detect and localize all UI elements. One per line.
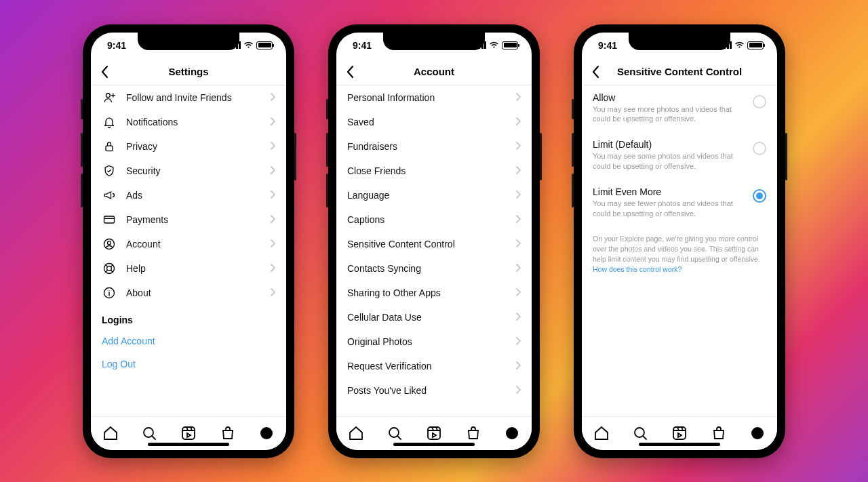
info-icon bbox=[102, 286, 117, 300]
back-button[interactable] bbox=[346, 65, 354, 81]
option-limit-default-[interactable]: Limit (Default)You may see some photos a… bbox=[582, 132, 777, 180]
tab-reels[interactable] bbox=[671, 424, 688, 442]
link-log-out[interactable]: Log Out bbox=[91, 353, 286, 376]
row-saved[interactable]: Saved bbox=[336, 110, 532, 134]
wifi-icon bbox=[243, 41, 254, 49]
invite-icon bbox=[102, 91, 117, 104]
radio-icon[interactable] bbox=[753, 189, 766, 203]
tab-reels[interactable] bbox=[180, 424, 197, 442]
chevron-right-icon bbox=[270, 165, 275, 177]
header: Settings bbox=[91, 58, 286, 85]
header: Account bbox=[336, 58, 532, 85]
tab-search[interactable] bbox=[140, 424, 158, 442]
row-ads[interactable]: Ads bbox=[91, 183, 286, 207]
chevron-right-icon bbox=[270, 189, 275, 201]
chevron-right-icon bbox=[515, 360, 521, 372]
battery-icon bbox=[256, 41, 273, 49]
row-security[interactable]: Security bbox=[91, 159, 286, 183]
row-sensitive-content-control[interactable]: Sensitive Content Control bbox=[336, 232, 532, 256]
tab-home[interactable] bbox=[102, 424, 119, 442]
row-posts-you-ve-liked[interactable]: Posts You've Liked bbox=[336, 378, 532, 403]
tab-profile[interactable] bbox=[503, 424, 521, 442]
tab-shop[interactable] bbox=[465, 424, 482, 442]
tab-search[interactable] bbox=[631, 424, 649, 442]
row-help[interactable]: Help bbox=[91, 256, 286, 281]
page-title: Sensitive Content Control bbox=[617, 66, 742, 77]
notch bbox=[383, 33, 485, 50]
chevron-right-icon bbox=[515, 189, 521, 201]
lifebuoy-icon bbox=[102, 262, 117, 275]
svg-point-16 bbox=[751, 427, 764, 439]
row-follow-invite[interactable]: Follow and Invite Friends bbox=[91, 85, 286, 110]
bell-icon bbox=[102, 115, 117, 129]
chevron-right-icon bbox=[270, 287, 275, 299]
row-language[interactable]: Language bbox=[336, 183, 532, 207]
svg-point-6 bbox=[107, 266, 112, 270]
tab-profile[interactable] bbox=[749, 424, 766, 442]
radio-icon[interactable] bbox=[753, 142, 766, 155]
back-button[interactable] bbox=[591, 65, 599, 81]
chevron-right-icon bbox=[270, 116, 275, 128]
status-time: 9:41 bbox=[353, 40, 372, 51]
phone-account: 9:41 Account Personal InformationSavedFu… bbox=[328, 24, 540, 458]
option-allow[interactable]: AllowYou may see more photos and videos … bbox=[582, 85, 777, 133]
row-payments[interactable]: Payments bbox=[91, 207, 286, 232]
tab-home[interactable] bbox=[593, 424, 610, 442]
header: Sensitive Content Control bbox=[582, 58, 777, 85]
page-title: Settings bbox=[168, 66, 208, 77]
section-logins: Logins bbox=[91, 305, 286, 329]
row-cellular-data-use[interactable]: Cellular Data Use bbox=[336, 305, 532, 329]
settings-list: Follow and Invite Friends Notifications … bbox=[91, 85, 286, 416]
row-sharing-to-other-apps[interactable]: Sharing to Other Apps bbox=[336, 281, 532, 305]
chevron-right-icon bbox=[270, 214, 275, 226]
row-about[interactable]: About bbox=[91, 281, 286, 305]
home-indicator[interactable] bbox=[148, 443, 229, 446]
row-original-photos[interactable]: Original Photos bbox=[336, 329, 532, 354]
svg-point-0 bbox=[106, 93, 110, 97]
tab-profile[interactable] bbox=[258, 424, 275, 442]
radio-icon[interactable] bbox=[753, 95, 766, 108]
chevron-right-icon bbox=[515, 140, 521, 153]
wifi-icon bbox=[734, 41, 745, 49]
link-add-account[interactable]: Add Account bbox=[91, 329, 286, 353]
option-limit-even-more[interactable]: Limit Even MoreYou may see fewer photos … bbox=[582, 180, 777, 227]
home-indicator[interactable] bbox=[393, 443, 475, 446]
row-account[interactable]: Account bbox=[91, 232, 286, 256]
svg-rect-15 bbox=[673, 427, 686, 439]
row-personal-information[interactable]: Personal Information bbox=[336, 85, 532, 110]
row-contacts-syncing[interactable]: Contacts Syncing bbox=[336, 256, 532, 281]
home-indicator[interactable] bbox=[639, 443, 720, 446]
chevron-right-icon bbox=[270, 140, 275, 153]
chevron-right-icon bbox=[515, 384, 521, 397]
tab-shop[interactable] bbox=[219, 424, 237, 442]
svg-rect-12 bbox=[428, 427, 440, 439]
sensitive-options: AllowYou may see more photos and videos … bbox=[582, 85, 777, 416]
wifi-icon bbox=[489, 41, 499, 49]
row-privacy[interactable]: Privacy bbox=[91, 134, 286, 159]
chevron-right-icon bbox=[270, 238, 275, 250]
phone-settings: 9:41 Settings Follow and Invite Friends … bbox=[83, 24, 294, 458]
row-notifications[interactable]: Notifications bbox=[91, 110, 286, 134]
tab-home[interactable] bbox=[347, 424, 365, 442]
status-time: 9:41 bbox=[107, 40, 126, 51]
notch bbox=[629, 33, 730, 50]
svg-point-13 bbox=[506, 427, 518, 439]
tab-reels[interactable] bbox=[425, 424, 443, 442]
row-close-friends[interactable]: Close Friends bbox=[336, 159, 532, 183]
row-fundraisers[interactable]: Fundraisers bbox=[336, 134, 532, 159]
tab-shop[interactable] bbox=[710, 424, 728, 442]
chevron-right-icon bbox=[515, 214, 521, 226]
tab-search[interactable] bbox=[386, 424, 403, 442]
chevron-right-icon bbox=[515, 165, 521, 177]
row-captions[interactable]: Captions bbox=[336, 207, 532, 232]
back-button[interactable] bbox=[100, 65, 108, 81]
svg-rect-1 bbox=[106, 146, 113, 151]
svg-point-4 bbox=[108, 241, 111, 244]
svg-rect-9 bbox=[182, 427, 195, 439]
footnote-link[interactable]: How does this control work? bbox=[593, 265, 682, 273]
battery-icon bbox=[747, 41, 764, 49]
row-request-verification[interactable]: Request Verification bbox=[336, 354, 532, 378]
notch bbox=[138, 33, 239, 50]
chevron-right-icon bbox=[515, 287, 521, 299]
page-title: Account bbox=[414, 66, 454, 77]
